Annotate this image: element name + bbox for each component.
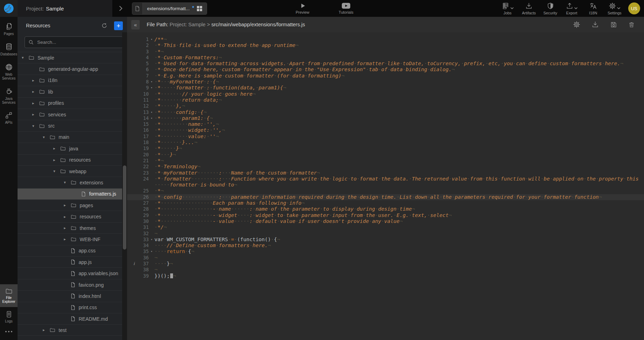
tree-item-java[interactable]: ▸java [18, 143, 127, 154]
code-line-2[interactable]: 2·*·This·file·is·used·to·extend·the·app·… [127, 42, 644, 48]
code-text[interactable]: ·*·Used·for·data·formatting·across·widge… [154, 61, 644, 67]
code-line-29[interactable]: 29·*·················-·widget····:·widge… [127, 212, 644, 218]
sidebar-item-java-services[interactable]: Java Services [0, 84, 18, 108]
line-number[interactable]: 7 [141, 73, 149, 79]
chevron-right-icon[interactable]: ▸ [32, 89, 39, 94]
code-line-14[interactable]: 14▾·*·······param1:·{¬ [127, 115, 644, 121]
tree-item-themes[interactable]: ▸themes [18, 222, 127, 233]
settings-button[interactable] [571, 19, 582, 30]
open-file-tab[interactable]: extensions/formatt... * [132, 2, 207, 15]
code-text[interactable]: })();¬ [154, 273, 644, 279]
code-text[interactable]: ·*¬ [154, 158, 644, 164]
save-button[interactable] [609, 20, 619, 30]
code-line-34[interactable]: 34····//·Define·custom·formatters·here.¬ [127, 243, 644, 249]
line-number[interactable]: 25 [141, 188, 149, 194]
code-line-35[interactable]: 35▾····return·{¬ [127, 249, 644, 254]
code-line-20[interactable]: 20·*···}¬ [127, 152, 644, 158]
tree-scrollbar-thumb[interactable] [123, 165, 126, 250]
fold-toggle-icon[interactable]: ▾ [149, 85, 154, 91]
code-text[interactable]: ·*·······return·data;¬ [154, 97, 644, 103]
chevron-right-icon[interactable]: ▸ [32, 78, 39, 83]
code-line-16[interactable]: 16·*·········widget:·'',¬ [127, 127, 644, 133]
code-line-19[interactable]: 19·*·····}¬ [127, 145, 644, 151]
tree-item-test[interactable]: ▸test [18, 324, 127, 335]
code-text[interactable]: ·*·················-·name······:·name·of… [154, 206, 644, 212]
sidebar-item-file-explorer[interactable]: File Explorer [0, 284, 18, 307]
sidebar-item-databases[interactable]: Databases [0, 39, 18, 60]
code-text[interactable]: ·*···}¬ [154, 152, 644, 158]
chevron-right-icon[interactable]: ▸ [64, 237, 71, 242]
line-number[interactable]: 38 [141, 267, 149, 273]
code-line-26[interactable]: 26·*·config············:···parameter·inf… [127, 194, 644, 200]
line-number[interactable]: 11 [141, 97, 149, 103]
code-text[interactable]: ·····formatter·is·bound·to¬ [154, 182, 644, 188]
code-text[interactable]: var·WM_CUSTOM_FORMATTERS·=·(function()·{… [154, 237, 644, 243]
code-line-25[interactable]: 25·*¬ [127, 188, 644, 194]
tree-item-print-css[interactable]: print.css [18, 302, 127, 313]
tree-item-resources[interactable]: ▸resources [18, 211, 127, 222]
code-text[interactable]: ·*·····config:·{¬ [154, 109, 644, 115]
line-number[interactable]: 5 [141, 61, 149, 67]
delete-button[interactable] [627, 20, 636, 30]
line-number[interactable]: 9 [141, 85, 149, 91]
topbar-action-security[interactable]: Security [543, 2, 558, 15]
code-line-6[interactable]: 6·*·Once·defined·here,·custom·formatter·… [127, 67, 644, 73]
code-line-39[interactable]: 39})();¬ [127, 273, 644, 279]
tree-item-app-variables-json[interactable]: app.variables.json [18, 267, 127, 279]
topbar-action-artifacts[interactable]: Artifacts [521, 2, 537, 15]
tree-item-pages[interactable]: ▸pages [18, 199, 127, 211]
tree-item-extensions[interactable]: ▾extensions [18, 177, 127, 188]
code-line-8[interactable]: 8▾·*···myFormatter·:·{¬ [127, 79, 644, 85]
code-text[interactable]: ·*·····}¬ [154, 145, 644, 151]
code-line-27[interactable]: 27·*·················Each·param·has·foll… [127, 200, 644, 206]
chevron-right-icon[interactable]: ▸ [64, 215, 71, 219]
chevron-right-icon[interactable]: ▸ [32, 101, 39, 106]
code-line-28[interactable]: 28·*·················-·name······:·name·… [127, 206, 644, 212]
code-text[interactable]: ·*·Once·defined·here,·custom·formatter·a… [154, 67, 644, 73]
code-text[interactable]: ·*·················Each·param·has·follow… [154, 200, 644, 206]
sidebar-item-more[interactable] [0, 327, 18, 336]
code-line-38[interactable]: 38¬ [127, 267, 644, 273]
code-line-5[interactable]: 5·*·Used·for·data·formatting·across·widg… [127, 61, 644, 67]
code-line-32[interactable]: 32¬ [127, 231, 644, 237]
code-line-4[interactable]: 4·*·Custom·Formatters:¬ [127, 55, 644, 61]
sidebar-item-apis[interactable]: APIs [0, 108, 18, 128]
code-text[interactable]: ·*·config············:···parameter·infor… [154, 194, 644, 200]
code-line-33[interactable]: 33▾var·WM_CUSTOM_FORMATTERS·=·(function(… [127, 237, 644, 243]
code-text[interactable]: ·*/¬ [154, 224, 644, 230]
code-text[interactable]: ·*·This·file·is·used·to·extend·the·app·r… [154, 42, 644, 48]
line-number[interactable]: 14 [141, 115, 149, 121]
line-number[interactable]: 33 [141, 237, 149, 243]
fold-toggle-icon[interactable]: ▾ [149, 109, 154, 115]
code-text[interactable]: ·*·········value:·''¬ [154, 134, 644, 140]
tree-item-generated-angular-app[interactable]: generated-angular-app [18, 63, 127, 74]
line-number[interactable]: 24 [141, 176, 149, 182]
grid-icon[interactable] [197, 6, 203, 12]
chevron-right-icon[interactable]: ▸ [64, 203, 71, 208]
line-number[interactable]: 1 [141, 36, 149, 42]
sidebar-item-web-services[interactable]: Web Services [0, 60, 18, 84]
topbar-action-export[interactable]: Export [564, 2, 579, 15]
chevron-right-icon[interactable]: ▸ [32, 112, 39, 117]
download-button[interactable] [590, 19, 600, 30]
code-text[interactable]: ·*·E.g.·Here·is·sample·custom·formatter·… [154, 73, 644, 79]
code-text[interactable]: ·*·····},¬ [154, 103, 644, 109]
line-number[interactable]: 12 [141, 103, 149, 109]
code-text[interactable]: ·*·················-·widget····:·widget·… [154, 212, 644, 218]
code-text[interactable]: ·*·········widget:·'',¬ [154, 127, 644, 133]
code-text[interactable]: ·*·Terminology¬ [154, 164, 644, 170]
code-text[interactable]: ····return·{¬ [154, 249, 644, 254]
line-number[interactable]: 16 [141, 127, 149, 133]
line-number[interactable]: 26 [141, 194, 149, 200]
sidebar-item-pages[interactable]: Pages [0, 19, 18, 39]
code-line-1[interactable]: 1▾/**¬ [127, 36, 644, 42]
code-line-12[interactable]: 12·*·····},¬ [127, 103, 644, 109]
add-resource-button[interactable]: + [114, 21, 123, 30]
code-text[interactable]: ·*·······param1:·{¬ [154, 115, 644, 121]
code-line-15[interactable]: 15·*·········name:·'',¬ [127, 121, 644, 127]
wavemaker-logo[interactable] [0, 0, 18, 17]
code-line-17[interactable]: 17·*·········value:·''¬ [127, 134, 644, 140]
collapse-panel-button[interactable]: « [131, 20, 140, 29]
code-line-9[interactable]: 9▾·*·····formatter·:·function(data,·para… [127, 85, 644, 91]
code-text[interactable]: ¬ [154, 267, 644, 273]
